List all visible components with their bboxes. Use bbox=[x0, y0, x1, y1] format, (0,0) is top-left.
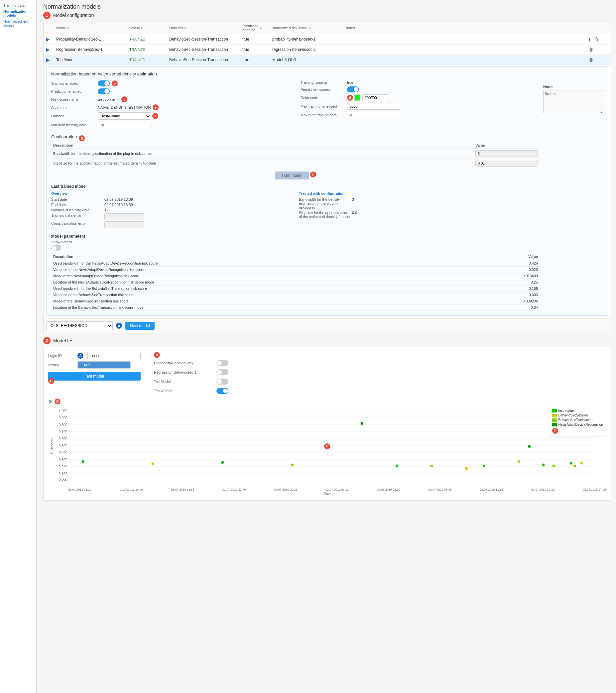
riskscore-edit-icon[interactable]: ✏ bbox=[117, 98, 120, 101]
params-row: Variance of the NevisAdaptDeviceRecognit… bbox=[51, 266, 540, 273]
login-id-input[interactable] bbox=[87, 352, 141, 359]
row1-prediction: true bbox=[242, 37, 272, 42]
params-row-value: 0.013499 bbox=[506, 273, 540, 279]
config-row2-value-cell bbox=[473, 159, 540, 168]
persist-riskscore-group: Persist risk scores bbox=[300, 86, 540, 93]
col-name: Name ⇕ bbox=[56, 26, 129, 30]
config-row2-input[interactable] bbox=[475, 160, 538, 166]
config-col-value: Value bbox=[473, 142, 540, 149]
sidebar-item-normalized-risk-scores[interactable]: Normalized risk scores bbox=[3, 19, 33, 27]
max-training-data-group: Max num training data bbox=[300, 112, 540, 118]
realm-input[interactable] bbox=[77, 361, 131, 369]
sort-dataset-icon[interactable]: ⇕ bbox=[184, 26, 186, 29]
trained-grid: Overview Start date 02.07.2019 13:39 End… bbox=[51, 192, 540, 229]
params-row-desc: Variance of the NevisAdaptDeviceRecognit… bbox=[51, 266, 506, 273]
col-riskscore: Normalized risk score ⇕ bbox=[272, 26, 345, 30]
section1-model-config: 1 Model configuration Name ⇕ Status ⇕ Da… bbox=[43, 12, 611, 333]
dataset-group: Dataset Test-Corine f bbox=[51, 112, 291, 120]
sort-name-icon[interactable]: ⇕ bbox=[67, 26, 69, 29]
row3-delete-btn[interactable]: 🗑 bbox=[588, 57, 594, 63]
test-form-right: B Probability-BehavioSec-1 Regression-Be… bbox=[154, 352, 228, 395]
params-row-value: 0.003 bbox=[506, 292, 540, 298]
config-section: Configuration g Description Value bbox=[51, 134, 540, 179]
config-row2: Stepsize for the approximation of the es… bbox=[51, 159, 540, 168]
config-row1-input[interactable] bbox=[475, 150, 538, 157]
svg-text:0.900: 0.900 bbox=[59, 416, 67, 420]
toggle-1-label: Probability-BehavioSec-1 bbox=[154, 361, 214, 365]
row3-riskscore: Model-3-OLS bbox=[272, 58, 345, 62]
dataset-select[interactable]: Test-Corine bbox=[98, 112, 151, 120]
col-name-label: Name bbox=[56, 26, 66, 30]
svg-point-28 bbox=[430, 465, 433, 467]
svg-point-27 bbox=[396, 465, 398, 467]
svg-point-33 bbox=[542, 463, 544, 466]
test-model-btn[interactable]: Test model bbox=[48, 372, 141, 380]
row2-prediction: true bbox=[242, 47, 272, 52]
sort-riskscore-icon[interactable]: ⇕ bbox=[309, 26, 311, 29]
row3-toggle[interactable]: ▶ bbox=[46, 57, 56, 62]
sort-prediction-icon[interactable]: ⇕ bbox=[260, 26, 262, 29]
col-prediction-label: Predictionenabled bbox=[242, 24, 259, 32]
notes-textarea[interactable] bbox=[543, 90, 603, 113]
new-model-btn[interactable]: New model bbox=[125, 322, 155, 330]
row1-info-btn[interactable]: ℹ bbox=[588, 37, 591, 42]
toggle-4-label: Test-Corine bbox=[154, 389, 214, 393]
params-table: Description Value Used bandwidth for the… bbox=[51, 253, 540, 311]
svg-point-25 bbox=[291, 463, 294, 466]
training-enabled-toggle[interactable] bbox=[98, 80, 110, 86]
badge-e: e bbox=[153, 104, 159, 110]
min-training-input[interactable] bbox=[98, 122, 151, 128]
config-row1: Bandwidth for the density estimation of … bbox=[51, 149, 540, 159]
row2-delete-btn[interactable]: 🗑 bbox=[588, 46, 594, 53]
col-prediction: Predictionenabled ⇕ bbox=[242, 24, 272, 32]
max-training-time-input[interactable] bbox=[347, 103, 400, 110]
max-training-data-input[interactable] bbox=[347, 112, 400, 118]
sidebar-item-training-data[interactable]: Training data bbox=[3, 3, 33, 7]
prediction-enabled-label: Prediction enabled bbox=[51, 90, 98, 93]
max-training-time-group: Max training time [sec] bbox=[300, 103, 540, 110]
algo-select[interactable]: OLS_REGRESSIONNAIVE_DENSITY_ESTIMATION bbox=[46, 321, 113, 330]
color-input[interactable] bbox=[362, 94, 389, 101]
toggle-4-switch[interactable] bbox=[216, 388, 228, 394]
trained-with-title: Trained with configuration bbox=[299, 192, 540, 195]
train-model-btn[interactable]: Train model bbox=[275, 172, 309, 179]
badge-E: E bbox=[324, 443, 330, 449]
row1-delete-btn[interactable]: 🗑 bbox=[593, 36, 599, 42]
legend-item-1: test-corine bbox=[552, 409, 603, 413]
sidebar-item-normalization-models[interactable]: Normalization models bbox=[3, 9, 33, 17]
bottom-controls: OLS_REGRESSIONNAIVE_DENSITY_ESTIMATION a… bbox=[43, 318, 611, 333]
chart-gear-icon[interactable]: ⚙ bbox=[48, 399, 53, 404]
row1-dataset: BehavioSec-Session-Transaction bbox=[169, 37, 242, 42]
model-params-toggle[interactable] bbox=[51, 245, 61, 251]
col-dataset: Data set ⇕ bbox=[169, 26, 242, 30]
toggle-1-switch[interactable] bbox=[216, 360, 228, 366]
row1-toggle[interactable]: ▶ bbox=[46, 37, 56, 42]
sidebar: Training data Normalization models Norma… bbox=[0, 0, 37, 508]
trained-with-row2: Stepsize for the approximation of the es… bbox=[299, 211, 540, 219]
x-axis-labels: 01.07.2019 13:20 01.07.2019 16:06 01.07.… bbox=[68, 488, 606, 491]
cv-error-input[interactable] bbox=[104, 221, 144, 228]
last-trained-section: Last trained model Overview Start date 0… bbox=[51, 184, 540, 229]
persist-riskscore-toggle[interactable] bbox=[347, 86, 359, 93]
x-label-10: 02.07.2019 17:06 bbox=[583, 488, 606, 491]
color-swatch[interactable] bbox=[354, 95, 360, 101]
trained-num-data: Number of training data 12 bbox=[51, 208, 292, 212]
trained-with-config: Trained with configuration Bandwidth for… bbox=[299, 192, 540, 229]
badge-g: g bbox=[79, 135, 85, 141]
data-error-input[interactable] bbox=[104, 213, 144, 220]
toggle-row-1: Probability-BehavioSec-1 bbox=[154, 360, 228, 366]
x-label-9: 02.07.2019 14:20 bbox=[531, 488, 555, 491]
sort-status-icon[interactable]: ⇕ bbox=[141, 26, 143, 29]
x-label-4: 02.07.2019 00:26 bbox=[274, 488, 297, 491]
prediction-enabled-toggle[interactable] bbox=[98, 88, 110, 94]
row1-actions: ℹ 🗑 bbox=[588, 36, 608, 42]
toggle-row-3: TestModel bbox=[154, 379, 228, 384]
toggle-3-switch[interactable] bbox=[216, 379, 228, 384]
training-running-group: Training running true bbox=[300, 80, 540, 84]
toggle-row-2: Regression-BehavioSec-1 bbox=[154, 369, 228, 375]
toggle-2-switch[interactable] bbox=[216, 369, 228, 375]
model-test-panel: Login ID A Realm Test model C B bbox=[43, 347, 611, 500]
x-axis-title: Date bbox=[48, 492, 606, 496]
params-row-value: 0.04 bbox=[506, 304, 540, 311]
row2-toggle[interactable]: ▶ bbox=[46, 47, 56, 52]
